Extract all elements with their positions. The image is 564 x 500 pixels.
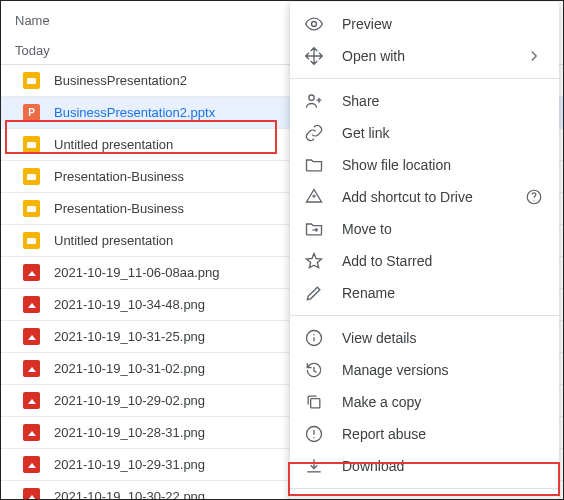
person-plus-icon: [304, 91, 324, 111]
info-icon: [304, 328, 324, 348]
context-menu: Preview Open with Share Get link Show fi…: [290, 2, 559, 500]
svg-point-1: [309, 95, 314, 100]
menu-download[interactable]: Download: [290, 450, 559, 482]
file-name: 2021-10-19_10-29-31.png: [54, 457, 205, 472]
slides-file-icon: [23, 72, 40, 89]
menu-show-location[interactable]: Show file location: [290, 149, 559, 181]
file-name: 2021-10-19_10-30-22.png: [54, 489, 205, 500]
menu-label: Show file location: [342, 157, 543, 173]
help-icon[interactable]: [525, 188, 543, 206]
menu-move-to[interactable]: Move to: [290, 213, 559, 245]
menu-manage-versions[interactable]: Manage versions: [290, 354, 559, 386]
svg-point-8: [313, 437, 315, 439]
file-name: BusinessPresentation2: [54, 73, 187, 88]
image-file-icon: [23, 424, 40, 441]
menu-label: Open with: [342, 48, 507, 64]
warning-icon: [304, 424, 324, 444]
menu-label: View details: [342, 330, 543, 346]
menu-label: Rename: [342, 285, 543, 301]
menu-rename[interactable]: Rename: [290, 277, 559, 309]
drive-shortcut-icon: [304, 187, 324, 207]
file-name: 2021-10-19_11-06-08aa.png: [54, 265, 220, 280]
svg-point-5: [313, 334, 315, 336]
file-name: 2021-10-19_10-31-25.png: [54, 329, 205, 344]
pptx-file-icon: [23, 104, 40, 121]
svg-point-3: [533, 200, 534, 201]
menu-separator: [290, 78, 559, 79]
file-name: Presentation-Business: [54, 169, 184, 184]
menu-label: Download: [342, 458, 543, 474]
folder-icon: [304, 155, 324, 175]
menu-label: Share: [342, 93, 543, 109]
link-icon: [304, 123, 324, 143]
menu-label: Move to: [342, 221, 543, 237]
file-name: Untitled presentation: [54, 233, 173, 248]
menu-label: Preview: [342, 16, 543, 32]
download-icon: [304, 456, 324, 476]
folder-move-icon: [304, 219, 324, 239]
menu-label: Report abuse: [342, 426, 543, 442]
image-file-icon: [23, 296, 40, 313]
image-file-icon: [23, 488, 40, 500]
file-name: 2021-10-19_10-34-48.png: [54, 297, 205, 312]
slides-file-icon: [23, 168, 40, 185]
copy-icon: [304, 392, 324, 412]
file-name: 2021-10-19_10-28-31.png: [54, 425, 205, 440]
move-arrows-icon: [304, 46, 324, 66]
image-file-icon: [23, 392, 40, 409]
file-name: Untitled presentation: [54, 137, 173, 152]
image-file-icon: [23, 360, 40, 377]
image-file-icon: [23, 328, 40, 345]
image-file-icon: [23, 456, 40, 473]
star-icon: [304, 251, 324, 271]
menu-separator: [290, 315, 559, 316]
menu-label: Make a copy: [342, 394, 543, 410]
file-name: 2021-10-19_10-31-02.png: [54, 361, 205, 376]
svg-rect-6: [311, 399, 320, 408]
slides-file-icon: [23, 136, 40, 153]
slides-file-icon: [23, 200, 40, 217]
menu-report-abuse[interactable]: Report abuse: [290, 418, 559, 450]
menu-share[interactable]: Share: [290, 85, 559, 117]
menu-label: Add shortcut to Drive: [342, 189, 507, 205]
file-name: Presentation-Business: [54, 201, 184, 216]
menu-add-shortcut[interactable]: Add shortcut to Drive: [290, 181, 559, 213]
history-icon: [304, 360, 324, 380]
menu-preview[interactable]: Preview: [290, 8, 559, 40]
menu-separator: [290, 488, 559, 489]
eye-icon: [304, 14, 324, 34]
file-name: 2021-10-19_10-29-02.png: [54, 393, 205, 408]
menu-label: Add to Starred: [342, 253, 543, 269]
menu-make-copy[interactable]: Make a copy: [290, 386, 559, 418]
chevron-right-icon: [525, 47, 543, 65]
slides-file-icon: [23, 232, 40, 249]
file-name: BusinessPresentation2.pptx: [54, 105, 215, 120]
menu-label: Manage versions: [342, 362, 543, 378]
menu-get-link[interactable]: Get link: [290, 117, 559, 149]
menu-view-details[interactable]: View details: [290, 322, 559, 354]
menu-add-starred[interactable]: Add to Starred: [290, 245, 559, 277]
menu-open-with[interactable]: Open with: [290, 40, 559, 72]
image-file-icon: [23, 264, 40, 281]
pencil-icon: [304, 283, 324, 303]
svg-point-0: [312, 22, 317, 27]
menu-label: Get link: [342, 125, 543, 141]
